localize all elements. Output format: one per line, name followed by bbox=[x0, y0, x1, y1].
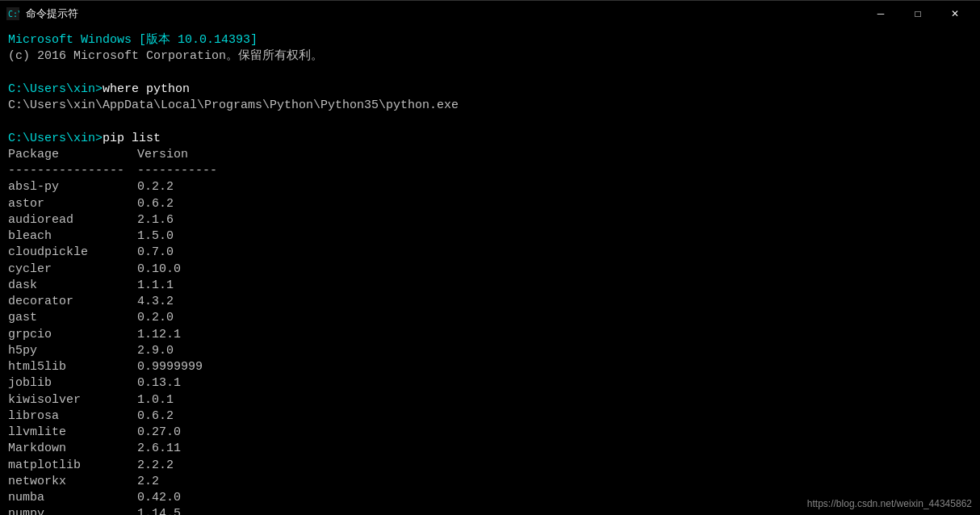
table-row: joblib0.13.1 bbox=[8, 375, 972, 391]
system-line-1: Microsoft Windows [版本 10.0.14393] bbox=[8, 32, 972, 48]
blank-1 bbox=[8, 65, 972, 82]
table-row: grpcio1.12.1 bbox=[8, 327, 972, 343]
table-row: gast0.2.0 bbox=[8, 310, 972, 326]
table-row: dask1.1.1 bbox=[8, 278, 972, 294]
svg-text:C:\: C:\ bbox=[8, 10, 19, 19]
table-row: librosa0.6.2 bbox=[8, 408, 972, 425]
system-line-2: (c) 2016 Microsoft Corporation。保留所有权利。 bbox=[8, 48, 972, 65]
table-row: kiwisolver1.0.1 bbox=[8, 392, 972, 408]
blank-2 bbox=[8, 114, 972, 130]
table-row: matplotlib2.2.2 bbox=[8, 458, 972, 474]
prompt-where: C:\Users\xin>where python bbox=[8, 82, 972, 98]
title-bar-left: C:\ 命令提示符 bbox=[6, 6, 78, 21]
python-path: C:\Users\xin\AppData\Local\Programs\Pyth… bbox=[8, 98, 972, 114]
pkg-header: PackageVersion bbox=[8, 147, 972, 163]
window-title: 命令提示符 bbox=[26, 6, 78, 21]
minimize-button[interactable]: ─ bbox=[862, 1, 899, 27]
table-row: astor0.6.2 bbox=[8, 196, 972, 212]
window-controls: ─ □ ✕ bbox=[862, 1, 974, 27]
table-row: h5py2.9.0 bbox=[8, 343, 972, 359]
prompt-pip: C:\Users\xin>pip list bbox=[8, 131, 972, 147]
table-row: bleach1.5.0 bbox=[8, 228, 972, 245]
table-row: llvmlite0.27.0 bbox=[8, 425, 972, 441]
table-row: decorator4.3.2 bbox=[8, 294, 972, 310]
cmd-icon: C:\ bbox=[6, 7, 19, 20]
title-bar: C:\ 命令提示符 ─ □ ✕ bbox=[0, 0, 980, 26]
table-row: Markdown2.6.11 bbox=[8, 441, 972, 457]
pkg-divider: --------------------------- bbox=[8, 163, 972, 179]
maximize-button[interactable]: □ bbox=[899, 1, 936, 27]
table-row: networkx2.2 bbox=[8, 474, 972, 490]
watermark: https://blog.csdn.net/weixin_44345862 bbox=[807, 497, 972, 510]
table-row: cloudpickle0.7.0 bbox=[8, 245, 972, 261]
close-button[interactable]: ✕ bbox=[936, 1, 974, 27]
table-row: html5lib0.9999999 bbox=[8, 359, 972, 375]
table-row: cycler0.10.0 bbox=[8, 262, 972, 278]
table-row: absl-py0.2.2 bbox=[8, 179, 972, 195]
table-row: audioread2.1.6 bbox=[8, 212, 972, 228]
package-table: absl-py0.2.2astor0.6.2audioread2.1.6blea… bbox=[8, 179, 972, 515]
terminal-window[interactable]: Microsoft Windows [版本 10.0.14393] (c) 20… bbox=[0, 26, 980, 515]
